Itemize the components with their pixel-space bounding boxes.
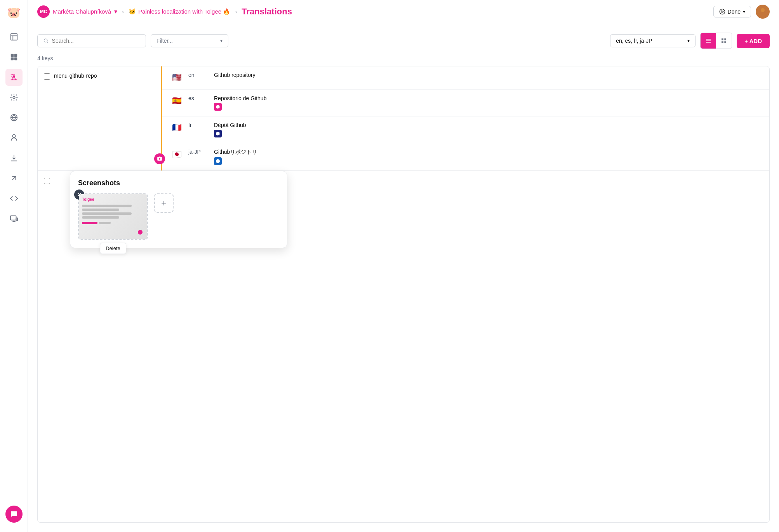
filter-label: Filter... bbox=[156, 38, 173, 44]
logo-icon: 🐷 bbox=[7, 6, 21, 19]
top-nav-right: Done ▾ bbox=[713, 5, 770, 19]
breadcrumb-user[interactable]: Markéta Chalupníková bbox=[53, 8, 111, 15]
search-box[interactable] bbox=[37, 34, 146, 47]
screenshot-item: ✕ Tolgee bbox=[78, 193, 148, 240]
lang-code-en: en bbox=[188, 72, 208, 78]
sidebar: 🐷 bbox=[0, 0, 28, 532]
sidebar-item-device[interactable] bbox=[5, 210, 23, 227]
svg-rect-5 bbox=[10, 57, 13, 60]
sidebar-item-translations[interactable] bbox=[5, 69, 23, 86]
done-chevron: ▾ bbox=[743, 9, 745, 14]
translation-ja: 🇯🇵 ja-JP Githubリポジトリ bbox=[162, 143, 769, 170]
breadcrumb-dropdown-icon[interactable]: ▾ bbox=[114, 8, 117, 15]
sidebar-item-documents[interactable] bbox=[5, 28, 23, 45]
svg-rect-4 bbox=[14, 54, 17, 57]
svg-point-14 bbox=[761, 8, 765, 12]
sidebar-item-settings[interactable] bbox=[5, 89, 23, 106]
mock-line-3 bbox=[82, 212, 132, 215]
breadcrumb-sep-1: › bbox=[122, 8, 124, 15]
lang-code-es: es bbox=[188, 95, 208, 101]
svg-rect-21 bbox=[724, 38, 726, 40]
list-view-button[interactable] bbox=[701, 33, 716, 49]
language-chevron-icon: ▾ bbox=[687, 38, 690, 43]
row-checkbox-2[interactable] bbox=[44, 178, 50, 184]
row-checkbox[interactable] bbox=[44, 73, 50, 80]
language-selector[interactable]: en, es, fr, ja-JP ▾ bbox=[610, 34, 696, 47]
svg-rect-6 bbox=[14, 57, 17, 60]
lang-code-fr: fr bbox=[188, 122, 208, 128]
breadcrumb-project[interactable]: 🐱 Painless localization with Tolgee 🔥 bbox=[129, 8, 230, 15]
filter-chevron-icon: ▾ bbox=[220, 38, 223, 43]
svg-marker-13 bbox=[722, 10, 723, 12]
keys-count: 4 keys bbox=[37, 55, 770, 61]
mock-dot bbox=[138, 230, 143, 235]
translation-es: 🇪🇸 es Repositorio de Github bbox=[162, 90, 769, 116]
translation-en: 🇺🇸 en Github repository bbox=[162, 66, 769, 90]
delete-tooltip[interactable]: Delete bbox=[100, 243, 126, 254]
svg-line-16 bbox=[47, 42, 48, 43]
svg-rect-11 bbox=[16, 218, 17, 221]
screenshots-popup: Screenshots ✕ Tolgee bbox=[70, 171, 287, 248]
content-area: Filter... ▾ en, es, fr, ja-JP ▾ + ADD 4 … bbox=[28, 23, 779, 532]
breadcrumb: MC Markéta Chalupníková ▾ › 🐱 Painless l… bbox=[37, 5, 292, 18]
svg-rect-19 bbox=[706, 42, 711, 42]
key-name: menu-github-repo bbox=[54, 73, 97, 79]
done-button[interactable]: Done ▾ bbox=[713, 6, 751, 17]
sidebar-item-import[interactable] bbox=[5, 150, 23, 167]
add-button[interactable]: + ADD bbox=[737, 34, 770, 48]
screenshot-thumbnail: Tolgee bbox=[78, 193, 148, 240]
screenshots-grid: ✕ Tolgee bbox=[78, 193, 279, 240]
sidebar-item-dashboard[interactable] bbox=[5, 49, 23, 66]
add-screenshot-button[interactable]: + bbox=[154, 193, 174, 213]
grid-view-button[interactable] bbox=[716, 33, 732, 49]
search-icon bbox=[43, 38, 49, 44]
svg-point-12 bbox=[720, 9, 725, 14]
svg-rect-22 bbox=[722, 41, 723, 43]
user-avatar: MC bbox=[37, 5, 50, 18]
screenshots-title: Screenshots bbox=[78, 179, 279, 187]
translation-text-en: Github repository bbox=[214, 72, 760, 78]
translation-text-ja: Githubリポジトリ bbox=[214, 149, 760, 156]
svg-point-15 bbox=[44, 39, 47, 42]
sidebar-item-users[interactable] bbox=[5, 129, 23, 146]
breadcrumb-current: Translations bbox=[242, 7, 292, 17]
flag-ja: 🇯🇵 bbox=[171, 149, 182, 160]
svg-rect-17 bbox=[706, 39, 711, 39]
fr-badge bbox=[214, 130, 222, 137]
languages-label: en, es, fr, ja-JP bbox=[616, 38, 652, 44]
search-input[interactable] bbox=[52, 38, 140, 44]
flag-fr: 🇫🇷 bbox=[171, 122, 182, 133]
mock-line-4 bbox=[82, 216, 119, 219]
logo: 🐷 bbox=[4, 6, 24, 19]
mock-logo: Tolgee bbox=[82, 197, 144, 202]
main-content: MC Markéta Chalupníková ▾ › 🐱 Painless l… bbox=[28, 0, 779, 532]
es-badge bbox=[214, 103, 222, 111]
screenshot-button[interactable] bbox=[154, 153, 165, 164]
svg-rect-3 bbox=[10, 54, 13, 57]
flag-en: 🇺🇸 bbox=[171, 72, 182, 83]
user-profile-avatar[interactable] bbox=[756, 5, 770, 19]
breadcrumb-sep-2: › bbox=[235, 8, 237, 15]
translation-text-es: Repositorio de Github bbox=[214, 95, 760, 101]
lang-code-ja: ja-JP bbox=[188, 149, 208, 155]
svg-rect-10 bbox=[10, 216, 16, 220]
key-column: menu-github-repo bbox=[38, 66, 162, 170]
svg-rect-0 bbox=[10, 34, 17, 40]
translation-text-fr: Dépôt Github bbox=[214, 122, 760, 128]
chat-button[interactable] bbox=[5, 506, 23, 523]
svg-rect-20 bbox=[722, 38, 723, 40]
filter-dropdown[interactable]: Filter... ▾ bbox=[151, 34, 228, 47]
svg-point-9 bbox=[12, 135, 15, 137]
mock-line-2 bbox=[82, 209, 119, 211]
project-emoji: 🐱 bbox=[129, 8, 136, 15]
svg-point-7 bbox=[13, 96, 15, 99]
sidebar-item-globe[interactable] bbox=[5, 109, 23, 126]
table-row: menu-github-repo 🇺🇸 en Github repository bbox=[38, 66, 769, 171]
toolbar: Filter... ▾ en, es, fr, ja-JP ▾ + ADD bbox=[37, 33, 770, 49]
view-toggle bbox=[700, 33, 732, 49]
translations-table: menu-github-repo 🇺🇸 en Github repository bbox=[37, 66, 770, 523]
ja-badge bbox=[214, 157, 222, 165]
sidebar-item-code[interactable] bbox=[5, 190, 23, 207]
sidebar-item-export[interactable] bbox=[5, 170, 23, 187]
flag-es: 🇪🇸 bbox=[171, 95, 182, 106]
